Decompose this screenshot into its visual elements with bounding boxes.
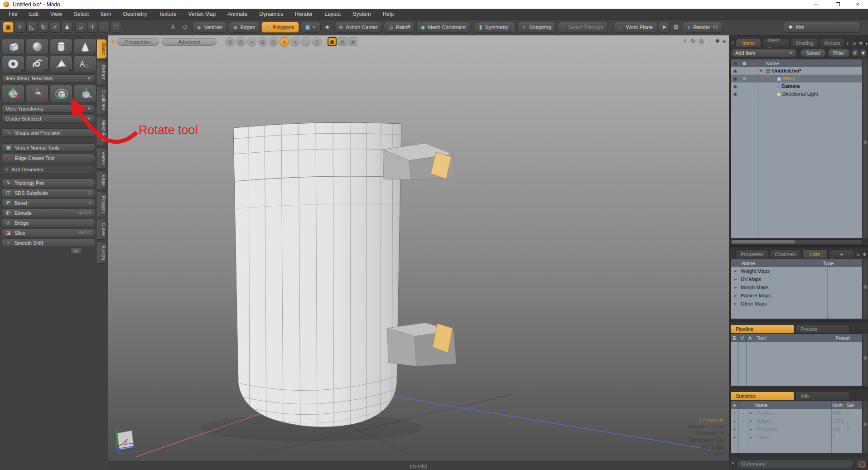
falloff-button[interactable]: ◎ Falloff (384, 22, 415, 33)
vertical-tab[interactable]: Edge (97, 170, 107, 190)
menu-item[interactable]: Animate (222, 11, 253, 17)
list-map-row[interactable]: ► UV Maps (731, 275, 862, 283)
menu-item[interactable]: Item (95, 11, 117, 17)
vertical-tab[interactable]: Duplicate (97, 86, 107, 114)
command-input[interactable]: Command (737, 459, 854, 468)
command-prompt-icon[interactable]: > (731, 460, 734, 465)
text-tool-button[interactable]: A& (73, 56, 96, 72)
select-button[interactable]: Select (800, 49, 826, 57)
stats-vertical-scrollbar[interactable] (862, 401, 868, 453)
work-plane-button[interactable]: ∟ Work Plane (613, 22, 657, 33)
expand-arrow-icon[interactable]: ► (731, 269, 741, 273)
cursor-arrow-icon[interactable]: ➤ (659, 22, 670, 33)
mode-dropdown-button[interactable]: ▣ ▾ (301, 22, 321, 33)
vertical-tab[interactable]: Polygon (97, 192, 107, 217)
symmetry-button[interactable]: ▮ Symmetry (475, 22, 516, 33)
torus-primitive-button[interactable] (1, 56, 24, 72)
item-mode-icon[interactable]: ▣ (3, 22, 14, 33)
item-tree-row[interactable]: ◉ ▼ ▤ Untitled.lxo* (731, 67, 862, 75)
shield-lock-icon[interactable]: ◈ (322, 22, 333, 33)
kits-button[interactable]: ✱ Kits (784, 22, 861, 33)
expand-plus-icon[interactable]: + (731, 410, 738, 416)
snapping-button[interactable]: ✛ Snapping (517, 22, 556, 33)
rotate-view-icon[interactable]: ↻ (38, 22, 49, 33)
panel-tab-icon[interactable]: ▾ (846, 41, 849, 46)
items-vertical-scrollbar[interactable] (862, 59, 868, 238)
selection-mode-button[interactable]: ◈ Polygons (261, 22, 299, 33)
viewport-overlay-button[interactable]: ▣ (348, 37, 357, 46)
viewport-overlay-button[interactable]: ◉ (338, 37, 347, 46)
tool-list-item[interactable]: ✎ Topology Pen (1, 179, 95, 187)
shield-icon[interactable]: ◇ (179, 22, 190, 33)
polygon-tool-button[interactable] (49, 56, 72, 72)
render-button[interactable]: ● Render F9 (683, 22, 723, 33)
tool-list-item[interactable]: ≡ Smooth Shift (1, 238, 95, 247)
minimize-button[interactable]: – (809, 1, 823, 8)
menu-item[interactable]: System (347, 11, 376, 17)
bend-icon[interactable]: ✓ (50, 22, 61, 33)
menu-item[interactable]: Select (68, 11, 95, 17)
expand-arrow-icon[interactable]: ► (748, 436, 754, 440)
lists-vertical-scrollbar[interactable] (862, 259, 868, 319)
tool-list-item[interactable]: ◫ SDS Subdivide D (1, 189, 95, 197)
expand-arrow-icon[interactable]: ► (748, 411, 754, 415)
cube-primitive-button[interactable] (1, 39, 24, 55)
item-tree-row[interactable]: ◉ ◆ Directional Light (731, 90, 862, 98)
menu-item[interactable]: Layout (318, 11, 347, 17)
eye-icon[interactable]: ◉ (731, 76, 740, 81)
panel-tab[interactable]: Lists (802, 249, 828, 258)
cone-primitive-button[interactable] (73, 39, 96, 55)
statistics-row[interactable]: + - ► Edges 1352 ... (731, 417, 862, 425)
viewport-style-button[interactable]: ▩ (258, 37, 267, 47)
stamp-icon[interactable]: ♟ (62, 22, 72, 33)
expand-plus-icon[interactable]: + (731, 426, 738, 432)
panel-tab[interactable]: Mesh ... (762, 38, 789, 47)
vertical-tab[interactable]: Fusion (97, 242, 107, 264)
eye-icon[interactable]: ◉ (731, 68, 740, 73)
scale-tool-button[interactable] (73, 85, 96, 103)
menu-item[interactable]: Render (289, 11, 318, 17)
viewport-style-button[interactable]: | (301, 37, 311, 47)
close-button[interactable]: × (851, 1, 864, 8)
selection-mode-button[interactable]: ◈ Vertices (193, 22, 227, 33)
viewport-overlay-button[interactable]: ▣ (328, 37, 337, 46)
panel-expand-button[interactable]: >> (70, 247, 82, 255)
viewport-style-button[interactable]: ▨ (225, 37, 235, 47)
item-tree-row[interactable]: ◉ ▦ ▣ Mesh (731, 75, 862, 82)
panel-tab-icon[interactable]: ▸ (866, 41, 868, 46)
render-toggle-icon[interactable]: ▦ (740, 76, 749, 81)
menu-item[interactable]: File (3, 11, 23, 17)
expand-icon[interactable]: ⇲ (856, 252, 859, 257)
tool-list-item[interactable]: ◧ Extrude Shift-X (1, 208, 95, 217)
viewport-nav-icon[interactable]: ✛ (683, 38, 688, 44)
menu-item[interactable]: Texture (153, 11, 182, 17)
panel-tab[interactable]: Properties (736, 249, 768, 258)
list-map-row[interactable]: ► Particle Maps (731, 291, 862, 300)
mesh-constraint-button[interactable]: ◆ Mesh Constraint (416, 22, 470, 33)
panel-tab[interactable]: Pipeline (731, 325, 794, 333)
panel-tab-icon[interactable]: ✱ (859, 41, 863, 46)
cylinder-primitive-button[interactable] (49, 39, 72, 55)
viewport-nav-icon[interactable]: ↻ (690, 38, 695, 44)
vertical-tab[interactable]: Deform (97, 61, 107, 84)
list-map-row[interactable]: ► Other Maps (731, 300, 862, 308)
list-map-row[interactable]: ► Morph Maps (731, 283, 862, 291)
tool-list-item[interactable]: ◩ Bevel B (1, 199, 95, 207)
menu-item[interactable]: Geometry (117, 11, 153, 17)
menu-item[interactable]: Dynamics (253, 11, 289, 17)
edge-crease-tool-button[interactable]: ◖ Edge Crease Tool (1, 154, 95, 162)
add-geometry-section-header[interactable]: ▼ Add Geometry (1, 166, 95, 173)
expand-arrow-icon[interactable]: ► (731, 294, 741, 298)
panel-tab[interactable]: Channels (770, 249, 800, 258)
item-tree-row[interactable]: ◉ ● Camera (731, 82, 862, 90)
expand-plus-icon[interactable]: + (731, 435, 738, 440)
filter-funnel-icon[interactable]: ▼ (860, 49, 867, 57)
menu-item[interactable]: Edit (23, 11, 44, 17)
vertical-tab[interactable]: Vertex (97, 147, 107, 169)
snaps-precision-button[interactable]: ↘ Snaps and Precision (1, 128, 95, 137)
loop-icon[interactable]: ⊃ (75, 22, 86, 33)
lasso-icon[interactable]: ◺ (26, 22, 37, 33)
expand-arrow-icon[interactable]: ► (731, 286, 741, 290)
expand-arrow-icon[interactable]: ► (748, 427, 754, 431)
center-selected-dropdown[interactable]: Center Selected▼ (1, 115, 95, 123)
